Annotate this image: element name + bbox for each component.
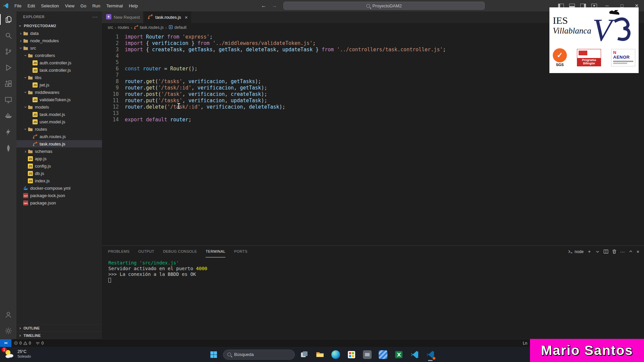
line-number: 11 [102,98,119,104]
tree-item-db-js[interactable]: JSdb.js [16,170,102,177]
close-tab-icon[interactable]: × [185,14,188,20]
tree-item-auth-controller-js[interactable]: JSauth.controller.js [16,59,102,66]
app-gray-icon[interactable] [361,348,374,361]
tree-item-schemas[interactable]: ›schemas [16,147,102,155]
command-center-search[interactable]: ProyectoDAM2 [283,2,485,10]
taskbar-search-box[interactable]: Búsqueda [223,350,295,360]
office-icon[interactable] [345,348,358,361]
more-actions-icon[interactable]: ··· [620,249,625,254]
remote-explorer-icon[interactable] [0,92,16,108]
code-line [125,59,446,66]
tree-item-user-model-js[interactable]: JSuser.model.js [16,118,102,125]
tree-item-package-json[interactable]: npmpackage.json [16,199,102,206]
chevron-right-icon: › [18,31,23,36]
start-button[interactable] [207,348,220,361]
vscode-badge-icon[interactable] [424,348,437,361]
close-panel-icon[interactable]: × [637,249,639,254]
extensions-icon[interactable] [0,76,16,92]
tree-item-index-js[interactable]: JSindex.js [16,177,102,184]
task-view-icon[interactable] [298,348,311,361]
panel-tab-ports[interactable]: PORTS [234,246,248,257]
app-blue-icon[interactable] [377,348,389,361]
section-timeline[interactable]: ›TIMELINE [16,331,102,339]
tab-new-request[interactable]: New Request [102,11,144,23]
thunder-client-icon[interactable] [0,124,16,140]
weather-widget[interactable]: 1 25°C Soleado [3,348,31,360]
tree-item-routes[interactable]: ›routes [16,125,102,133]
menu-edit[interactable]: Edit [24,3,38,8]
section-outline[interactable]: ›OUTLINE [16,324,102,331]
menu-terminal[interactable]: Terminal [103,3,126,8]
panel-tab-debug-console[interactable]: DEBUG CONSOLE [163,246,197,257]
menu-file[interactable]: File [11,3,24,8]
tree-item-auth-routes-js[interactable]: auth.routes.js [16,133,102,140]
maximize-panel-icon[interactable] [628,249,633,254]
tab-label: New Request [114,15,140,20]
new-terminal-button[interactable]: ＋ [587,249,592,255]
terminal-shell-selector[interactable]: node [568,249,584,254]
tree-item-validatetoken-js[interactable]: JSvalidateToken.js [16,96,102,103]
menu-selection[interactable]: Selection [38,3,62,8]
nav-back-button[interactable]: ← [261,3,266,9]
terminal-line: >>> La conexión a la BBDD es OK [108,272,644,277]
source-control-icon[interactable] [0,44,16,60]
menu-view[interactable]: View [62,3,77,8]
settings-icon[interactable] [0,323,16,339]
tree-item-package-lock-json[interactable]: npmpackage-lock.json [16,192,102,199]
menu-run[interactable]: Run [89,3,103,8]
explorer-title: EXPLORER [23,15,45,19]
remote-indicator[interactable]: >< [0,339,11,347]
tree-item-task-routes-js[interactable]: task.routes.js [16,140,102,147]
file-explorer-icon[interactable] [314,348,326,361]
explorer-icon[interactable] [0,11,16,27]
explorer-more-actions-icon[interactable]: ··· [92,14,98,19]
mongodb-icon[interactable] [0,140,16,156]
tree-item-controllers[interactable]: ›controllers [16,52,102,59]
project-root-row[interactable]: › PROYECTODAM2 [16,22,102,29]
split-terminal-icon[interactable] [603,249,608,254]
breadcrumb-default[interactable]: default [168,25,186,31]
breadcrumb-src[interactable]: src [108,25,113,30]
terminal-cursor-line [108,277,644,283]
line-number: 12 [102,104,119,110]
tree-item-src[interactable]: ›src [16,44,102,52]
tree-item-data[interactable]: ›data [16,29,102,37]
tree-item-docker-compose-yml[interactable]: docker-compose.yml [16,184,102,192]
tree-item-middlewares[interactable]: ›middlewares [16,88,102,96]
tree-item-jwt-js[interactable]: JSjwt.js [16,81,102,88]
search-icon[interactable] [0,27,16,44]
panel-tab-terminal[interactable]: TERMINAL [206,246,225,257]
tree-item-node-modules[interactable]: ›node_modules [16,37,102,44]
panel-tab-output[interactable]: OUTPUT [138,246,154,257]
kill-terminal-icon[interactable] [612,249,617,254]
tab-task-routes-js[interactable]: task.routes.js× [144,11,191,23]
tree-item-task-model-js[interactable]: JStask.model.js [16,111,102,118]
tree-item-task-controller-js[interactable]: JStask.controller.js [16,66,102,74]
ports-indicator[interactable]: 0 [33,339,46,347]
vscode-icon[interactable] [408,348,421,361]
menu-go[interactable]: Go [77,3,89,8]
line-number: 3 [102,47,119,53]
account-icon[interactable] [0,307,16,323]
nav-forward-button[interactable]: → [272,3,277,9]
tree-item-config-js[interactable]: JSconfig.js [16,162,102,170]
warning-icon [23,341,28,345]
edge-icon[interactable] [329,348,342,361]
breadcrumb-task-routes-js[interactable]: task.routes.js [134,25,164,31]
line-number: 8 [102,78,119,85]
problems-indicator[interactable]: 0 0 [11,339,33,347]
run-and-debug-icon[interactable] [0,60,16,76]
breadcrumb-routes[interactable]: routes [118,25,129,30]
excel-icon[interactable] [392,348,405,361]
terminal-dropdown-icon[interactable] [595,249,600,254]
line-number: 4 [102,53,119,59]
code-line: router.get('/tasks', verificacion, getTa… [125,78,446,85]
menu-help[interactable]: Help [126,3,141,8]
docker-icon[interactable] [0,108,16,124]
tree-item-libs[interactable]: ›libs [16,74,102,81]
terminal-output[interactable]: Restarting 'src/index.js'Servidor activa… [102,257,644,283]
tree-item-models[interactable]: ›models [16,103,102,111]
panel-tab-problems[interactable]: PROBLEMS [108,246,129,257]
taskbar-search-label: Búsqueda [234,352,254,357]
tree-item-app-js[interactable]: JSapp.js [16,155,102,162]
